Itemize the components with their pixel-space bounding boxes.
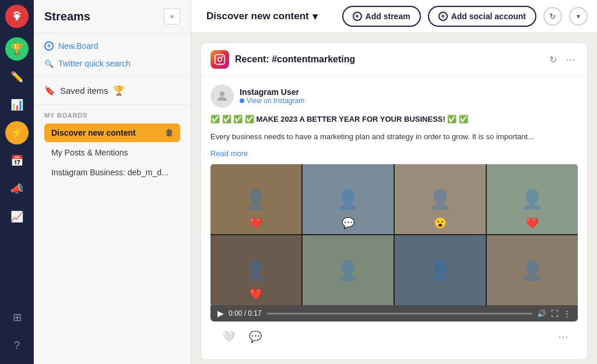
emoji-5: ❤️ — [250, 288, 262, 301]
post-text-header: ✅ ✅ MAKE 2023 A BETTER YEAR FOR YOUR BUS… — [233, 115, 468, 123]
view-on-instagram-link[interactable]: View on Instagram — [240, 97, 304, 105]
stream-area: Recent: #contentmarketing ↻ ⋯ — [191, 33, 597, 364]
twitter-search-label: Twitter quick search — [58, 59, 131, 68]
new-board-link[interactable]: + New.Board — [44, 39, 180, 53]
toolbar-title: Discover new content — [206, 10, 309, 22]
expand-icon[interactable]: ⛶ — [551, 309, 559, 318]
svg-point-6 — [16, 12, 18, 13]
board-item-label: Discover new content — [51, 128, 136, 137]
comment-button[interactable]: 💬 — [247, 328, 264, 345]
post-more-button[interactable]: ⋯ — [558, 330, 568, 343]
board-item-label: Instagram Business: deb_m_d... — [51, 168, 168, 177]
image-cell-4: 👤 ❤️ — [487, 164, 578, 234]
video-controls: ▶ 0:00 / 0:17 🔊 ⛶ ⋮ — [210, 305, 578, 321]
instagram-icon — [210, 50, 229, 69]
sidebar-title: Streams — [44, 10, 90, 23]
sidebar-header: Streams « — [34, 0, 191, 33]
nav-trophy-button[interactable]: 🏆 — [5, 37, 29, 61]
svg-point-7 — [19, 13, 21, 15]
image-cell-7: 👤 — [395, 235, 486, 305]
board-item-instagram[interactable]: Instagram Business: deb_m_d... — [44, 163, 180, 182]
stream-card-actions: ↻ ⋯ — [547, 52, 578, 68]
more-options-button[interactable]: ▾ — [569, 7, 588, 26]
sidebar-collapse-button[interactable]: « — [164, 8, 180, 24]
boards-section: MY BOARDS Discover new content 🗑 My Post… — [34, 105, 191, 186]
stream-card-title: Recent: #contentmarketing — [235, 54, 355, 65]
board-item-posts[interactable]: My Posts & Mentions — [44, 143, 180, 162]
nav-bar: 🏆 ✏️ 📊 ⚡ 📅 📣 📈 ⊞ ? — [0, 0, 34, 364]
emoji-3: 😮 — [434, 217, 447, 229]
boards-section-title: MY BOARDS — [44, 112, 180, 119]
add-stream-plus-icon: + — [353, 12, 362, 21]
green-checks: ✅ ✅ — [210, 115, 233, 123]
image-cell-8: 👤 — [487, 235, 578, 305]
more-options-chevron-icon: ▾ — [577, 12, 580, 20]
stream-card-contentmarketing: Recent: #contentmarketing ↻ ⋯ — [201, 43, 588, 360]
post-image-grid: 👤 ❤️ 👤 💬 👤 😮 👤 ❤️ — [210, 164, 578, 305]
search-icon: 🔍 — [44, 59, 54, 68]
refresh-button[interactable]: ↻ — [543, 7, 562, 26]
stream-more-button[interactable]: ⋯ — [564, 52, 578, 68]
video-more-icon[interactable]: ⋮ — [563, 309, 571, 318]
nav-compose-button[interactable]: ✏️ — [5, 65, 29, 89]
online-dot — [240, 98, 244, 103]
board-item-label: My Posts & Mentions — [51, 148, 128, 157]
play-button[interactable]: ▶ — [217, 309, 224, 318]
svg-point-10 — [222, 56, 223, 58]
sidebar-actions: + New.Board 🔍 Twitter quick search — [34, 33, 191, 77]
svg-point-5 — [13, 13, 15, 15]
nav-reports-button[interactable]: 📈 — [5, 205, 29, 228]
sidebar: Streams « + New.Board 🔍 Twitter quick se… — [34, 0, 191, 364]
stream-card-header: Recent: #contentmarketing ↻ ⋯ — [201, 43, 587, 76]
emoji-2: 💬 — [342, 217, 354, 229]
delete-icon[interactable]: 🗑 — [165, 128, 173, 137]
video-time: 0:00 / 0:17 — [229, 309, 262, 317]
emoji-4: ❤️ — [526, 217, 539, 229]
like-button[interactable]: 🤍 — [220, 328, 237, 345]
svg-point-11 — [220, 91, 224, 96]
add-stream-button[interactable]: + Add stream — [342, 6, 421, 27]
saved-items-link[interactable]: 🔖 Saved items 🏆 — [34, 77, 191, 105]
post-body-text: Every business needs to have a marketing… — [210, 131, 578, 143]
plus-icon: + — [44, 41, 54, 51]
image-cell-2: 👤 💬 — [303, 164, 394, 234]
add-social-account-button[interactable]: + Add social account — [428, 6, 536, 27]
svg-rect-8 — [215, 55, 225, 65]
board-item-discover[interactable]: Discover new content 🗑 — [44, 123, 180, 142]
image-cell-3: 👤 😮 — [395, 164, 486, 234]
post-username: Instagram User — [240, 87, 304, 97]
post-1: Instagram User View on Instagram ✅ ✅ ✅ ✅… — [201, 76, 587, 359]
video-progress-bar[interactable] — [266, 313, 532, 314]
post-user-details: Instagram User View on Instagram — [240, 87, 304, 105]
stream-refresh-button[interactable]: ↻ — [547, 52, 559, 68]
twitter-search-link[interactable]: 🔍 Twitter quick search — [44, 56, 180, 70]
post-user-info: Instagram User View on Instagram — [210, 84, 578, 108]
toolbar-title-button[interactable]: Discover new content ▾ — [201, 7, 324, 26]
nav-analytics-button[interactable]: 📊 — [5, 93, 29, 116]
read-more-link[interactable]: Read more — [210, 149, 248, 158]
nav-grid-button[interactable]: ⊞ — [5, 306, 29, 329]
nav-streams-button[interactable]: ⚡ — [5, 121, 29, 144]
emoji-1: ❤️ — [250, 217, 262, 229]
image-cell-1: 👤 ❤️ — [210, 164, 301, 234]
add-social-plus-icon: + — [438, 12, 448, 21]
image-cell-5: 👤 ❤️ — [210, 235, 301, 305]
main-content: Discover new content ▾ + Add stream + Ad… — [191, 0, 597, 364]
stream-card-title-area: Recent: #contentmarketing — [210, 50, 355, 69]
post-footer: 🤍 💬 ⋯ — [210, 321, 578, 351]
main-toolbar: Discover new content ▾ + Add stream + Ad… — [191, 0, 597, 33]
post-text: ✅ ✅ ✅ ✅ MAKE 2023 A BETTER YEAR FOR YOUR… — [210, 114, 578, 125]
nav-help-button[interactable]: ? — [5, 334, 29, 357]
refresh-icon: ↻ — [549, 12, 556, 21]
new-board-label: New.Board — [58, 41, 98, 51]
svg-point-9 — [218, 58, 222, 62]
image-cell-6: 👤 — [303, 235, 394, 305]
saved-items-label: 🔖 Saved items 🏆 — [44, 85, 125, 96]
nav-campaigns-button[interactable]: 📣 — [5, 177, 29, 200]
chevron-down-icon: ▾ — [312, 10, 318, 23]
app-logo — [5, 5, 29, 28]
svg-rect-4 — [16, 17, 18, 20]
volume-icon[interactable]: 🔊 — [537, 309, 546, 318]
post-avatar — [210, 84, 234, 108]
nav-calendar-button[interactable]: 📅 — [5, 149, 29, 172]
